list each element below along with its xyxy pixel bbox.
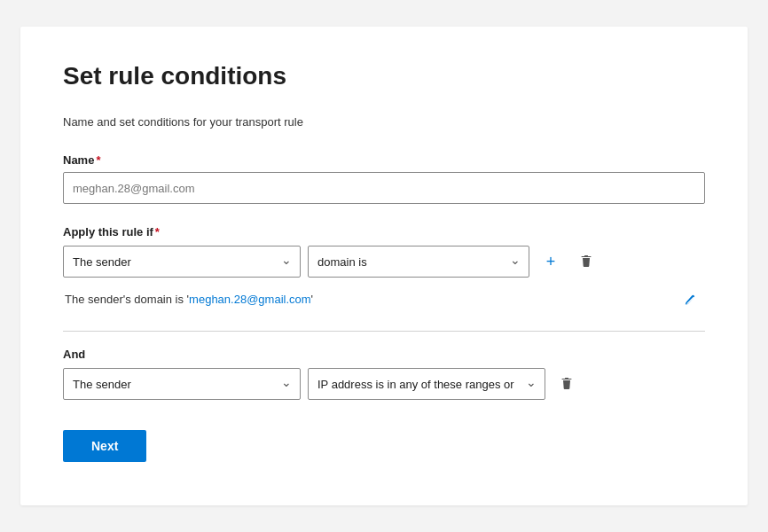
main-card: Set rule conditions Name and set conditi… <box>20 27 748 505</box>
and-label: And <box>63 348 705 361</box>
condition-dropdown-1[interactable]: domain is <box>308 246 529 278</box>
edit-icon <box>683 294 696 308</box>
sender-dropdown-2-wrapper: The sender <box>63 368 301 400</box>
add-condition-button[interactable]: + <box>537 247 565 276</box>
trash-icon <box>579 254 593 269</box>
sender-dropdown-2[interactable]: The sender <box>63 368 301 400</box>
page-subtitle: Name and set conditions for your transpo… <box>63 115 705 129</box>
delete-condition2-button[interactable] <box>552 370 581 398</box>
page-title: Set rule conditions <box>63 62 705 90</box>
delete-condition1-button[interactable] <box>572 247 600 276</box>
name-label: Name* <box>63 153 705 167</box>
condition-dropdown-2-wrapper: IP address is in any of these ranges or … <box>308 368 545 400</box>
edit-condition1-button[interactable] <box>675 286 703 315</box>
condition-dropdown-1-wrapper: domain is <box>308 246 529 278</box>
apply-rule-label: Apply this rule if* <box>63 225 705 239</box>
name-input[interactable] <box>63 172 705 204</box>
condition2-row: The sender IP address is in any of these… <box>63 368 705 400</box>
apply-required-star: * <box>155 225 160 239</box>
condition1-desc-row: The sender's domain is 'meghan.28@gmail.… <box>63 286 705 315</box>
condition1-value-link[interactable]: meghan.28@gmail.com <box>189 293 310 306</box>
sender-dropdown-1-wrapper: The sender <box>63 246 301 278</box>
section-divider <box>63 331 705 332</box>
required-star: * <box>96 153 100 167</box>
sender-dropdown-1[interactable]: The sender <box>63 246 301 278</box>
next-button[interactable]: Next <box>63 430 146 462</box>
condition1-description: The sender's domain is 'meghan.28@gmail.… <box>63 293 313 306</box>
condition1-row: The sender domain is + <box>63 246 705 278</box>
trash-icon-2 <box>560 377 574 391</box>
condition-dropdown-2[interactable]: IP address is in any of these ranges or … <box>308 368 545 400</box>
